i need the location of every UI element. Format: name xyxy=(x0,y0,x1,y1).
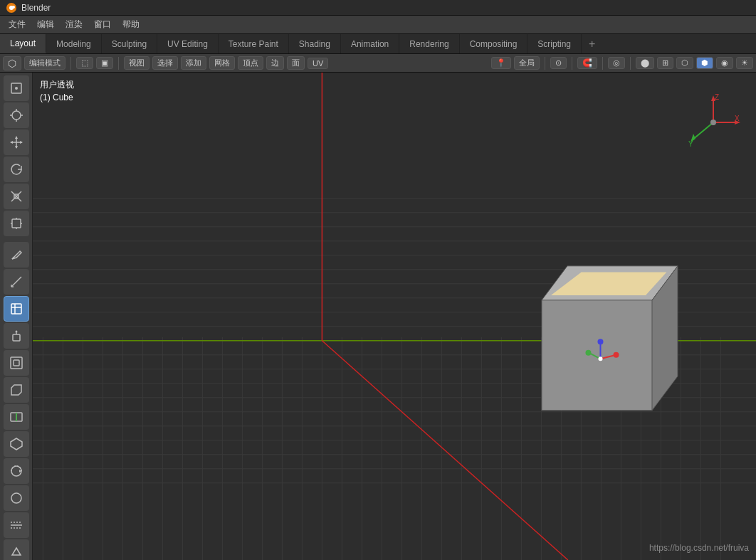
shrink-tool-btn[interactable] xyxy=(4,539,29,560)
menu-help[interactable]: 帮助 xyxy=(117,17,145,32)
tab-scripting[interactable]: Scripting xyxy=(527,34,582,53)
scale-tool-btn[interactable] xyxy=(4,184,29,209)
menu-render[interactable]: 渲染 xyxy=(60,17,88,32)
menu-edit[interactable]: 编辑 xyxy=(31,17,60,32)
shading-rendered-btn[interactable]: ☀ xyxy=(736,57,753,69)
svg-point-5 xyxy=(12,111,21,120)
cursor-tool-btn[interactable] xyxy=(4,102,29,128)
svg-marker-45 xyxy=(12,548,21,555)
tab-sculpting[interactable]: Sculpting xyxy=(102,34,157,53)
svg-rect-28 xyxy=(11,304,21,314)
main-area: 用户透视 (1) Cube Z X Y https://blog.cs xyxy=(0,73,756,560)
display-overlay-btn[interactable]: ⬚ xyxy=(76,57,93,69)
titlebar: Blender xyxy=(0,0,756,16)
svg-rect-19 xyxy=(12,219,21,228)
poly-build-tool-btn[interactable] xyxy=(4,431,29,457)
separator-4 xyxy=(572,57,572,70)
mesh-menu[interactable]: 网格 xyxy=(209,56,235,70)
separator-1 xyxy=(70,57,71,70)
measure-tool-btn[interactable] xyxy=(4,269,29,295)
snapping-btn[interactable]: 🧲 xyxy=(577,57,597,69)
svg-rect-31 xyxy=(13,334,20,341)
menubar: 文件 编辑 渲染 窗口 帮助 xyxy=(0,16,756,34)
tab-modeling[interactable]: Modeling xyxy=(46,34,102,53)
spin-tool-btn[interactable] xyxy=(4,458,29,484)
move-tool-btn[interactable] xyxy=(4,130,29,155)
svg-marker-33 xyxy=(15,330,18,332)
rotate-tool-btn[interactable] xyxy=(4,157,29,182)
add-cube-tool-btn[interactable] xyxy=(4,296,29,322)
xray-btn[interactable]: ⊞ xyxy=(657,57,673,69)
shading-solid-btn[interactable]: ⬢ xyxy=(696,57,713,69)
app-title: Blender xyxy=(21,3,51,13)
3d-viewport[interactable]: 用户透视 (1) Cube Z X Y https://blog.cs xyxy=(33,73,756,560)
select-menu[interactable]: 选择 xyxy=(152,56,178,70)
tab-rendering[interactable]: Rendering xyxy=(399,34,459,53)
bevel-tool-btn[interactable] xyxy=(4,377,29,403)
menu-window[interactable]: 窗口 xyxy=(88,17,117,32)
grid-canvas xyxy=(33,73,756,560)
svg-marker-14 xyxy=(10,141,13,144)
separator-5 xyxy=(602,57,603,70)
uv-menu[interactable]: UV xyxy=(308,58,328,69)
tab-uv-editing[interactable]: UV Editing xyxy=(157,34,219,53)
separator-2 xyxy=(118,57,119,70)
view-menu[interactable]: 视图 xyxy=(124,56,149,70)
blender-logo-icon xyxy=(6,2,17,14)
separator-3 xyxy=(545,57,545,70)
svg-marker-15 xyxy=(20,141,23,144)
shading-wire-btn[interactable]: ⬡ xyxy=(676,57,693,69)
add-menu[interactable]: 添加 xyxy=(181,56,206,70)
tab-texture-paint[interactable]: Texture Paint xyxy=(219,34,289,53)
svg-marker-13 xyxy=(15,146,18,149)
svg-point-2 xyxy=(12,6,15,9)
edge-menu[interactable]: 边 xyxy=(266,56,284,70)
inset-tool-btn[interactable] xyxy=(4,350,29,376)
mode-selector[interactable]: 编辑模式 xyxy=(24,56,65,70)
extrude-tool-btn[interactable] xyxy=(4,323,29,349)
svg-point-4 xyxy=(15,87,18,90)
smooth-tool-btn[interactable] xyxy=(4,485,29,511)
display-xray-btn[interactable]: ▣ xyxy=(96,57,113,69)
select-box-tool-btn[interactable] xyxy=(4,75,29,101)
workspace-tabbar: Layout Modeling Sculpting UV Editing Tex… xyxy=(0,34,756,54)
svg-rect-35 xyxy=(14,360,19,366)
face-menu[interactable]: 面 xyxy=(287,56,305,70)
global-local-btn[interactable]: 全局 xyxy=(514,56,540,70)
vertex-menu[interactable]: 顶点 xyxy=(238,56,263,70)
edge-slide-tool-btn[interactable] xyxy=(4,512,29,538)
loop-cut-tool-btn[interactable] xyxy=(4,404,29,430)
svg-marker-38 xyxy=(11,438,22,450)
proportional-editing-btn[interactable]: 📍 xyxy=(491,57,511,69)
proportional-edit-btn[interactable]: ◎ xyxy=(608,57,625,69)
header-toolbar: ⬡ 编辑模式 ⬚ ▣ 视图 选择 添加 网格 顶点 边 面 UV 📍 全局 ⊙ … xyxy=(0,54,756,73)
transform-tool-btn[interactable] xyxy=(4,211,29,236)
shading-material-btn[interactable]: ◉ xyxy=(716,57,733,69)
svg-rect-34 xyxy=(11,357,22,369)
tab-layout[interactable]: Layout xyxy=(0,34,46,53)
annotate-tool-btn[interactable] xyxy=(4,242,29,268)
tab-shading[interactable]: Shading xyxy=(289,34,341,53)
add-workspace-button[interactable]: + xyxy=(582,34,602,53)
transform-pivot-btn[interactable]: ⊙ xyxy=(550,57,567,69)
tab-animation[interactable]: Animation xyxy=(341,34,399,53)
overlay-btn[interactable]: ⬤ xyxy=(636,57,654,69)
svg-point-41 xyxy=(11,493,21,503)
editor-type-button[interactable]: ⬡ xyxy=(3,56,21,70)
tab-compositing[interactable]: Compositing xyxy=(460,34,528,53)
separator-6 xyxy=(630,57,631,70)
svg-line-25 xyxy=(11,277,21,287)
menu-file[interactable]: 文件 xyxy=(3,17,31,32)
svg-marker-12 xyxy=(15,136,18,139)
left-toolpanel xyxy=(0,73,33,560)
